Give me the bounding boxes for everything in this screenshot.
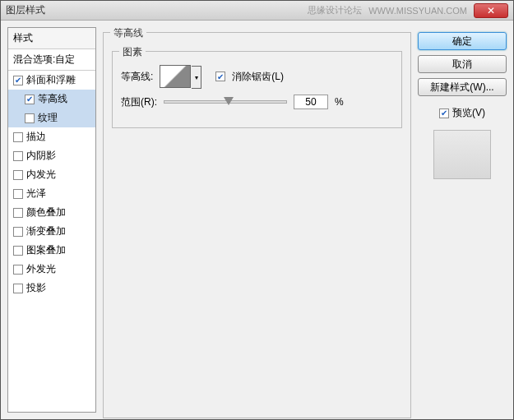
style-checkbox[interactable] <box>13 265 23 275</box>
contour-group: 等高线 图素 等高线: ▾ 消除锯齿(L) 范围(R): <box>103 32 411 418</box>
style-item-1[interactable]: 等高线 <box>8 90 95 108</box>
titlebar: 图层样式 思缘设计论坛 WWW.MISSYUAN.COM ✕ <box>1 1 513 21</box>
style-item-8[interactable]: 渐变叠加 <box>8 222 95 241</box>
style-item-11[interactable]: 投影 <box>8 279 95 298</box>
style-checkbox[interactable] <box>13 284 23 293</box>
range-input[interactable]: 50 <box>294 95 328 109</box>
style-item-0[interactable]: 斜面和浮雕 <box>8 71 95 90</box>
style-item-7[interactable]: 颜色叠加 <box>8 203 95 222</box>
style-item-label: 内阴影 <box>26 149 56 163</box>
style-checkbox[interactable] <box>13 246 23 256</box>
contour-label: 等高线: <box>121 70 153 84</box>
style-item-label: 颜色叠加 <box>26 205 66 219</box>
style-item-label: 纹理 <box>38 111 58 125</box>
style-item-3[interactable]: 描边 <box>8 127 95 146</box>
preview-checkbox[interactable] <box>439 108 449 118</box>
dialog-title: 图层样式 <box>6 3 308 17</box>
range-label: 范围(R): <box>121 95 157 109</box>
style-item-6[interactable]: 光泽 <box>8 184 95 203</box>
style-item-4[interactable]: 内阴影 <box>8 146 95 165</box>
style-checkbox[interactable] <box>13 132 23 142</box>
styles-header: 样式 <box>8 28 95 49</box>
style-item-label: 投影 <box>26 281 46 295</box>
style-item-2[interactable]: 纹理 <box>8 108 95 127</box>
antialias-checkbox[interactable] <box>215 72 225 81</box>
style-checkbox[interactable] <box>13 189 23 199</box>
style-checkbox[interactable] <box>13 170 23 180</box>
contour-picker[interactable]: ▾ <box>160 65 191 88</box>
style-checkbox[interactable] <box>25 95 35 104</box>
style-checkbox[interactable] <box>13 76 23 85</box>
style-item-label: 内发光 <box>26 168 56 182</box>
style-item-9[interactable]: 图案叠加 <box>8 241 95 260</box>
styles-list: 样式 混合选项:自定 斜面和浮雕等高线纹理描边内阴影内发光光泽颜色叠加渐变叠加图… <box>7 27 96 413</box>
antialias-label: 消除锯齿(L) <box>232 70 284 84</box>
percent-label: % <box>335 96 344 108</box>
new-style-button[interactable]: 新建样式(W)... <box>418 78 507 96</box>
style-item-5[interactable]: 内发光 <box>8 165 95 184</box>
style-checkbox[interactable] <box>13 227 23 237</box>
layer-style-dialog: 图层样式 思缘设计论坛 WWW.MISSYUAN.COM ✕ 样式 混合选项:自… <box>0 0 514 420</box>
style-item-label: 光泽 <box>26 187 46 201</box>
range-slider[interactable] <box>164 100 287 104</box>
dialog-body: 样式 混合选项:自定 斜面和浮雕等高线纹理描边内阴影内发光光泽颜色叠加渐变叠加图… <box>1 21 513 419</box>
blending-options[interactable]: 混合选项:自定 <box>8 49 95 71</box>
style-item-label: 等高线 <box>38 92 67 106</box>
style-item-10[interactable]: 外发光 <box>8 260 95 279</box>
style-item-label: 斜面和浮雕 <box>26 73 76 87</box>
ok-button[interactable]: 确定 <box>418 32 507 50</box>
style-item-label: 描边 <box>26 130 46 144</box>
close-icon: ✕ <box>487 5 495 16</box>
style-checkbox[interactable] <box>13 208 23 218</box>
preview-label: 预览(V) <box>452 106 485 120</box>
cancel-button[interactable]: 取消 <box>418 55 507 73</box>
style-checkbox[interactable] <box>25 113 35 123</box>
style-item-label: 渐变叠加 <box>26 224 66 238</box>
style-checkbox[interactable] <box>13 151 23 161</box>
action-panel: 确定 取消 新建样式(W)... 预览(V) <box>418 27 507 413</box>
close-button[interactable]: ✕ <box>474 3 508 18</box>
elements-group-legend: 图素 <box>119 45 146 59</box>
contour-group-legend: 等高线 <box>110 26 146 40</box>
style-item-label: 外发光 <box>26 262 56 276</box>
watermark-url: WWW.MISSYUAN.COM <box>368 6 467 16</box>
slider-thumb-icon[interactable] <box>224 97 234 105</box>
style-item-label: 图案叠加 <box>26 243 66 257</box>
preview-swatch <box>433 130 491 179</box>
chevron-down-icon[interactable]: ▾ <box>192 66 201 89</box>
watermark-text: 思缘设计论坛 <box>308 4 362 16</box>
elements-group: 图素 等高线: ▾ 消除锯齿(L) 范围(R): <box>112 51 402 128</box>
settings-panel: 等高线 图素 等高线: ▾ 消除锯齿(L) 范围(R): <box>103 27 411 413</box>
